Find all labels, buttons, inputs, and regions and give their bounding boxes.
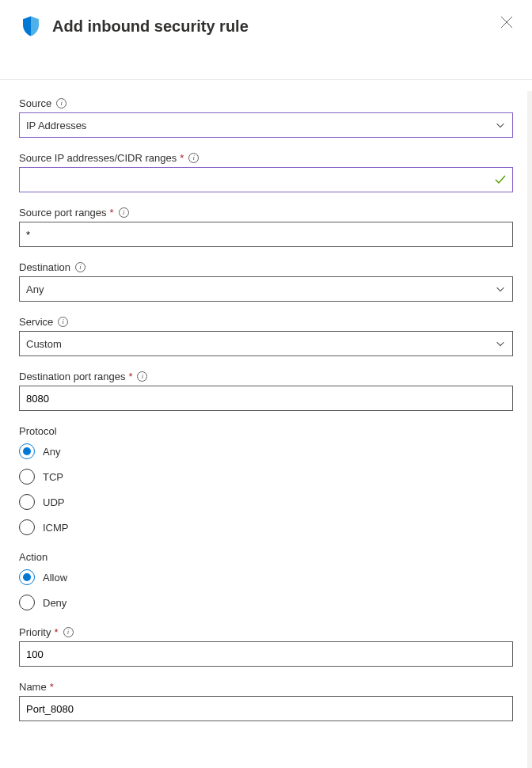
source-value: IP Addresses	[26, 120, 86, 131]
radio-icon	[19, 519, 35, 535]
blade-title: Add inbound security rule	[52, 17, 500, 36]
radio-icon	[19, 469, 35, 485]
info-icon[interactable]: i	[58, 317, 68, 327]
shield-icon	[19, 14, 43, 38]
close-button[interactable]	[500, 16, 513, 29]
action-label: Action	[19, 551, 48, 563]
protocol-label: Protocol	[19, 425, 57, 437]
source-port-input[interactable]	[19, 222, 513, 247]
radio-label: ICMP	[43, 522, 69, 534]
action-radio-allow[interactable]: Allow	[19, 568, 513, 587]
radio-label: Deny	[43, 597, 66, 609]
destination-select[interactable]: Any	[19, 276, 513, 302]
protocol-radio-udp[interactable]: UDP	[19, 492, 513, 511]
radio-label: UDP	[43, 496, 64, 508]
radio-label: Allow	[43, 572, 67, 584]
priority-label: Priority	[19, 626, 51, 638]
info-icon[interactable]: i	[188, 153, 199, 163]
chevron-down-icon	[495, 338, 506, 349]
source-ip-label: Source IP addresses/CIDR ranges	[19, 152, 177, 164]
radio-icon	[19, 494, 35, 510]
info-icon[interactable]: i	[63, 627, 74, 637]
info-icon[interactable]: i	[119, 207, 129, 218]
name-input[interactable]	[19, 696, 513, 721]
protocol-radio-icmp[interactable]: ICMP	[19, 518, 513, 537]
required-mark: *	[54, 626, 58, 638]
priority-input[interactable]	[19, 641, 513, 667]
source-label: Source	[19, 97, 51, 109]
info-icon[interactable]: i	[75, 262, 86, 272]
service-value: Custom	[26, 338, 62, 350]
dest-port-input[interactable]	[19, 386, 513, 411]
protocol-radio-any[interactable]: Any	[19, 442, 513, 461]
source-select[interactable]: IP Addresses	[19, 112, 513, 138]
radio-icon	[19, 443, 35, 459]
chevron-down-icon	[495, 120, 506, 131]
action-radio-deny[interactable]: Deny	[19, 593, 513, 612]
destination-value: Any	[26, 283, 44, 295]
protocol-radio-tcp[interactable]: TCP	[19, 467, 513, 486]
dest-port-label: Destination port ranges	[19, 371, 125, 382]
radio-label: TCP	[43, 471, 63, 483]
radio-label: Any	[43, 446, 60, 458]
info-icon[interactable]: i	[56, 98, 66, 108]
chevron-down-icon	[495, 283, 506, 295]
service-select[interactable]: Custom	[19, 331, 513, 356]
service-label: Service	[19, 316, 53, 328]
required-mark: *	[50, 681, 54, 693]
info-icon[interactable]: i	[137, 371, 147, 382]
name-label: Name	[19, 681, 47, 693]
destination-label: Destination	[19, 261, 70, 273]
scrollbar[interactable]	[527, 91, 532, 768]
radio-icon	[19, 595, 35, 610]
required-mark: *	[128, 371, 132, 382]
source-ip-input[interactable]	[19, 167, 513, 192]
radio-icon	[19, 569, 35, 585]
required-mark: *	[180, 152, 184, 164]
divider	[0, 79, 532, 80]
required-mark: *	[110, 207, 114, 219]
source-port-label: Source port ranges	[19, 207, 107, 219]
check-icon	[494, 173, 507, 186]
blade-header: Add inbound security rule	[19, 14, 513, 38]
